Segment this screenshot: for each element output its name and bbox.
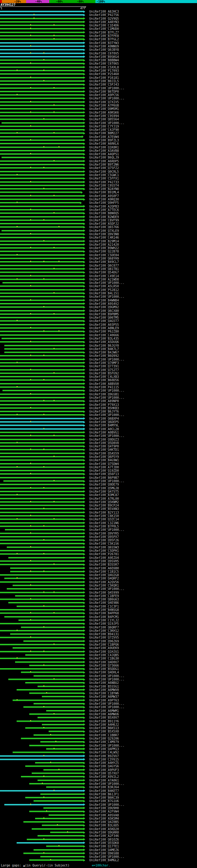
hit-label[interactable]: UniRef100_C4JQB5	[89, 653, 119, 657]
hit-bar[interactable]	[0, 369, 84, 371]
hit-label[interactable]: UniRef100_B9PBM5	[89, 313, 119, 316]
hit-label[interactable]: UniRef100_UP1000...	[89, 678, 124, 681]
hit-bar[interactable]	[0, 234, 84, 235]
hit-bar[interactable]	[29, 713, 84, 715]
hit-bar[interactable]	[0, 98, 84, 99]
hit-bar[interactable]	[0, 421, 84, 423]
hit-label[interactable]: UniRef100_UP1000...	[89, 434, 124, 438]
hit-label[interactable]: UniRef100_A2FVW4	[89, 810, 119, 813]
hit-label[interactable]: UniRef100_C8VF99	[89, 219, 119, 222]
hit-label[interactable]: UniRef100_Q45999	[89, 591, 119, 594]
hit-label[interactable]: UniRef100_Q7XLE9	[89, 229, 119, 232]
hit-bar[interactable]	[0, 112, 84, 113]
hit-bar[interactable]	[0, 522, 84, 524]
hit-bar[interactable]	[0, 598, 84, 600]
hit-bar[interactable]	[2, 390, 84, 391]
hit-label[interactable]: UniRef100_UP1000...	[89, 706, 124, 709]
hit-label[interactable]: UniRef100_Q77391	[89, 365, 119, 368]
hit-bar[interactable]	[0, 178, 84, 179]
hit-label[interactable]: UniRef100_Q54DG7	[89, 271, 119, 274]
hit-label[interactable]: UniRef100_B49CL7	[89, 260, 119, 264]
hit-label[interactable]: UniRef100_B3MC87	[89, 493, 119, 497]
hit-label[interactable]: UniRef100_A6MW37	[89, 695, 119, 698]
hit-label[interactable]: UniRef100_B91ML4	[89, 191, 119, 194]
hit-label[interactable]: UniRef100_Q4DHL4	[89, 671, 119, 674]
hit-label[interactable]: UniRef100_B5S5G1	[89, 685, 119, 688]
hit-bar[interactable]	[0, 247, 84, 249]
hit-label[interactable]: UniRef100_C5KQR1	[89, 584, 119, 587]
hit-bar[interactable]	[4, 804, 84, 805]
hit-bar[interactable]	[2, 157, 84, 158]
hit-label[interactable]: UniRef100_A5DFJ2	[89, 222, 119, 225]
hit-bar[interactable]	[0, 300, 84, 301]
hit-bar[interactable]	[15, 661, 84, 663]
hit-label[interactable]: UniRef100_Q5KNM2	[89, 500, 119, 504]
hit-label[interactable]: UniRef100_Q86G63	[89, 598, 119, 601]
hit-bar[interactable]	[8, 557, 84, 559]
hit-bar[interactable]	[0, 445, 84, 447]
hit-label[interactable]: UniRef100_C1E4D6	[89, 24, 119, 27]
hit-label[interactable]: UniRef100_Q752T7	[89, 368, 119, 372]
hit-bar[interactable]	[0, 553, 84, 555]
hit-label[interactable]: UniRef100_A89NP8	[89, 399, 119, 403]
hit-label[interactable]: UniRef100_Q75DW4	[89, 462, 119, 466]
hit-label[interactable]: UniRef100_A2QPB3	[89, 205, 119, 208]
hit-bar[interactable]	[0, 25, 84, 26]
hit-label[interactable]: UniRef100_Q6BXP4	[89, 417, 119, 420]
hit-label[interactable]: UniRef100_A8BVU0	[89, 382, 119, 385]
hit-bar[interactable]	[0, 425, 84, 426]
hit-bar[interactable]	[43, 769, 84, 771]
hit-bar[interactable]	[38, 780, 84, 781]
hit-bar[interactable]	[0, 209, 84, 211]
hit-bar[interactable]	[10, 567, 84, 569]
hit-label[interactable]: UniRef100_A9V2L2	[89, 775, 119, 778]
hit-label[interactable]: UniRef100_C0S5T4	[89, 184, 119, 187]
hit-label[interactable]: UniRef100_Q4Z0B5	[89, 820, 119, 824]
hit-label[interactable]: UniRef100_Q3ZC14	[89, 518, 119, 521]
hit-label[interactable]: UniRef100_B9CP24	[89, 504, 119, 507]
hit-label[interactable]: UniRef100_B5X5X0	[89, 730, 119, 733]
hit-bar[interactable]	[32, 773, 84, 774]
hit-label[interactable]: UniRef100_Q9HFF5	[89, 201, 119, 205]
hit-label[interactable]: UniRef100_Q7ZVV5	[89, 636, 119, 639]
hit-bar[interactable]	[21, 738, 84, 739]
hit-bar[interactable]	[0, 519, 84, 520]
hit-label[interactable]: UniRef100_A5K5M4	[89, 817, 119, 820]
hit-bar[interactable]	[0, 539, 84, 541]
hit-bar[interactable]	[4, 345, 84, 346]
hit-label[interactable]: UniRef100_P42733	[89, 180, 119, 184]
hit-label[interactable]: UniRef100_A6MWV0	[89, 688, 119, 691]
hit-bar[interactable]	[15, 595, 84, 597]
hit-bar[interactable]	[0, 105, 84, 106]
hit-label[interactable]: UniRef100_C6K150	[89, 514, 119, 518]
hit-bar[interactable]	[0, 310, 84, 312]
hit-label[interactable]: UniRef100_A7P6U8	[89, 104, 119, 107]
hit-label[interactable]: UniRef100_B5FU92	[89, 372, 119, 375]
hit-bar[interactable]	[2, 338, 84, 339]
hit-label[interactable]: UniRef100_A5DUQ6	[89, 340, 119, 344]
hit-bar[interactable]	[0, 101, 84, 103]
hit-bar[interactable]	[0, 53, 84, 54]
hit-bar[interactable]	[7, 588, 84, 590]
hit-bar[interactable]	[0, 494, 84, 496]
hit-bar[interactable]	[0, 66, 84, 68]
hit-bar[interactable]	[0, 42, 84, 44]
hit-bar[interactable]	[4, 352, 84, 353]
hit-bar[interactable]	[0, 63, 84, 64]
hit-bar[interactable]	[0, 512, 84, 513]
hit-label[interactable]: UniRef100_A8JHC3	[89, 10, 119, 13]
hit-label[interactable]: UniRef100_C1BG30	[89, 657, 119, 660]
hit-label[interactable]: UniRef100_Q05564	[89, 118, 119, 121]
hit-bar[interactable]	[0, 759, 84, 760]
hit-bar[interactable]	[0, 292, 84, 294]
hit-bar[interactable]	[0, 362, 84, 364]
hit-bar[interactable]	[0, 407, 84, 409]
hit-label[interactable]: UniRef100_Q6DEP5	[89, 420, 119, 424]
hit-label[interactable]: UniRef100_B29M14	[89, 240, 119, 243]
hit-label[interactable]: UniRef100_Q5A559	[89, 452, 119, 455]
hit-bar[interactable]	[0, 35, 84, 37]
hit-bar[interactable]	[0, 132, 84, 134]
hit-label[interactable]: UniRef100_B2WDE9	[89, 215, 119, 219]
hit-bar[interactable]	[0, 477, 84, 478]
hit-label[interactable]: UniRef100_C5FFX1	[89, 177, 119, 180]
